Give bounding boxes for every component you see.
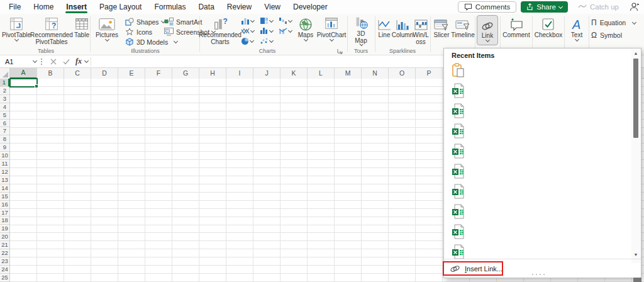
column-header[interactable]: M xyxy=(335,68,362,79)
row-header[interactable]: 2 xyxy=(0,87,9,95)
name-box[interactable]: A1 xyxy=(0,58,36,65)
row-header[interactable]: 10 xyxy=(0,152,9,160)
cancel-button[interactable] xyxy=(48,59,58,65)
column-header[interactable]: A xyxy=(10,68,37,79)
slicer-button[interactable]: Slicer xyxy=(432,15,451,45)
column-header[interactable]: H xyxy=(199,68,226,79)
enter-button[interactable] xyxy=(61,59,71,65)
ribbon-tab[interactable]: Formulas xyxy=(148,0,192,14)
column-header[interactable]: K xyxy=(280,68,308,79)
column-header[interactable]: F xyxy=(145,68,172,79)
timeline-button[interactable]: Timeline xyxy=(452,15,474,45)
ribbon-tab[interactable]: File xyxy=(3,0,27,14)
ribbon-tab[interactable]: Review xyxy=(221,0,258,14)
pivotchart-button[interactable]: PivotChart xyxy=(318,15,345,45)
insert-scatter-chart-button[interactable] xyxy=(260,37,273,45)
row-header[interactable]: 19 xyxy=(0,225,9,233)
text-button[interactable]: A Text xyxy=(566,15,587,45)
checkbox-button[interactable]: Checkbox xyxy=(534,15,563,45)
recent-item[interactable] xyxy=(452,201,621,222)
share-button[interactable]: Share xyxy=(521,1,568,13)
row-header[interactable]: 12 xyxy=(0,168,9,176)
3d-map-button[interactable]: 3D Map xyxy=(350,15,372,45)
pivottable-button[interactable]: PivotTable xyxy=(2,15,31,45)
insert-pie-chart-button[interactable] xyxy=(241,37,253,45)
column-header[interactable]: P xyxy=(416,68,443,79)
row-header[interactable]: 1 xyxy=(0,79,9,87)
ribbon-tab[interactable]: Home xyxy=(27,0,60,14)
insert-line-chart-button[interactable] xyxy=(241,26,254,35)
resize-gripper-icon[interactable] xyxy=(532,274,545,275)
row-header[interactable]: 4 xyxy=(0,103,9,111)
equation-button[interactable]: Π Equation xyxy=(591,18,636,28)
comment-button[interactable]: Comment xyxy=(502,15,531,45)
column-header[interactable]: G xyxy=(172,68,199,79)
link-button[interactable]: Link xyxy=(477,15,498,45)
3d-models-button[interactable]: 3D Models xyxy=(125,37,177,47)
ribbon-tab[interactable]: Insert xyxy=(60,0,93,14)
scrollbar-thumb[interactable] xyxy=(633,59,638,138)
insert-column-chart-button[interactable] xyxy=(241,16,254,25)
recent-item[interactable] xyxy=(452,81,621,101)
column-header[interactable]: D xyxy=(91,68,118,79)
row-header[interactable]: 20 xyxy=(0,233,9,241)
row-header[interactable]: 9 xyxy=(0,144,9,152)
select-all-corner[interactable] xyxy=(0,68,10,79)
row-header[interactable]: 7 xyxy=(0,127,9,135)
row-header[interactable]: 21 xyxy=(0,241,9,249)
recent-item[interactable] xyxy=(452,60,621,81)
sparkline-line-button[interactable]: Line xyxy=(377,15,392,45)
insert-statistic-chart-button[interactable] xyxy=(260,26,273,35)
shapes-button[interactable]: Shapes xyxy=(125,17,165,26)
column-header[interactable]: E xyxy=(118,68,145,79)
row-header[interactable]: 5 xyxy=(0,111,9,120)
insert-waterfall-chart-button[interactable] xyxy=(279,16,292,25)
pictures-button[interactable]: Pictures xyxy=(94,15,120,45)
ribbon-tab[interactable]: Page Layout xyxy=(93,0,148,14)
scroll-down-icon[interactable]: ▼ xyxy=(631,251,640,259)
icons-button[interactable]: Icons xyxy=(125,27,152,37)
row-header[interactable]: 8 xyxy=(0,135,9,144)
charts-dialog-launcher-icon[interactable] xyxy=(337,48,343,54)
table-button[interactable]: Table xyxy=(72,15,91,45)
ribbon-tab[interactable]: View xyxy=(258,0,287,14)
row-header[interactable]: 6 xyxy=(0,120,9,128)
smartart-button[interactable]: SmartArt xyxy=(164,17,202,26)
scroll-up-icon[interactable]: ▲ xyxy=(631,49,640,57)
row-header[interactable]: 15 xyxy=(0,193,9,201)
row-header[interactable]: 22 xyxy=(0,249,9,257)
row-header[interactable]: 16 xyxy=(0,201,9,209)
symbol-button[interactable]: Ω Symbol xyxy=(591,30,622,40)
ribbon-tab[interactable]: Developer xyxy=(287,0,334,14)
recommended-pivottables-button[interactable]: ? Recommended PivotTables xyxy=(32,15,71,45)
row-header[interactable]: 11 xyxy=(0,160,9,168)
more-options-icon[interactable] xyxy=(41,59,43,65)
recent-item[interactable] xyxy=(452,141,621,161)
row-header[interactable]: 3 xyxy=(0,95,9,103)
row-header[interactable]: 13 xyxy=(0,176,9,184)
row-header[interactable]: 24 xyxy=(0,266,9,274)
recent-item[interactable] xyxy=(452,222,621,242)
column-header[interactable]: J xyxy=(253,68,280,79)
maps-button[interactable]: Maps xyxy=(295,15,316,45)
sparkline-column-button[interactable]: Column xyxy=(393,15,412,45)
column-header[interactable]: B xyxy=(37,68,64,79)
column-header[interactable]: I xyxy=(226,68,253,79)
row-header[interactable]: 18 xyxy=(0,217,9,225)
column-header[interactable]: O xyxy=(389,68,416,79)
row-header[interactable]: 14 xyxy=(0,184,9,193)
column-header[interactable]: C xyxy=(64,68,91,79)
recent-item[interactable] xyxy=(452,181,621,201)
sparkline-winloss-button[interactable]: Win/Loss xyxy=(413,15,428,45)
catch-up-button[interactable]: Catch up xyxy=(572,1,625,13)
recent-item[interactable] xyxy=(452,101,621,121)
recent-item[interactable] xyxy=(452,121,621,141)
insert-combo-chart-button[interactable] xyxy=(279,26,292,35)
row-header[interactable]: 23 xyxy=(0,257,9,266)
column-header[interactable]: N xyxy=(362,68,389,79)
menu-scrollbar[interactable]: ▲ ▼ xyxy=(631,49,640,263)
recommended-charts-button[interactable]: ? Recommended Charts xyxy=(202,15,238,45)
ribbon-tab[interactable]: Data xyxy=(192,0,220,14)
comments-button[interactable]: Comments xyxy=(458,1,517,13)
column-header[interactable]: L xyxy=(308,68,335,79)
